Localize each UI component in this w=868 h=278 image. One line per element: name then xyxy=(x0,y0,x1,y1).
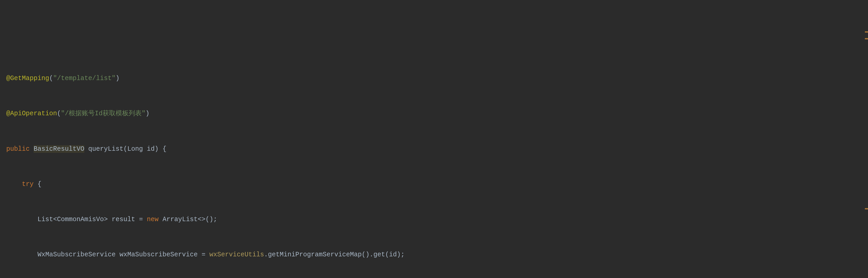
annotation: @ApiOperation xyxy=(6,110,57,117)
code-text: WxMaSubscribeService wxMaSubscribeServic… xyxy=(37,251,209,258)
code-text: .getMiniProgramServiceMap().get(id); xyxy=(264,251,405,258)
code-line[interactable]: @ApiOperation("/根据账号Id获取模板列表") xyxy=(6,109,868,118)
keyword: new xyxy=(147,216,162,223)
code-text: ArrayList<>(); xyxy=(162,216,217,223)
code-line[interactable]: public BasicResultVO queryList(Long id) … xyxy=(6,145,868,154)
field-ref: wxServiceUtils xyxy=(209,251,264,258)
brace: { xyxy=(37,180,41,188)
gutter-marker xyxy=(865,208,868,210)
punct: ( xyxy=(57,110,61,117)
code-line[interactable]: @GetMapping("/template/list") xyxy=(6,74,868,83)
keyword: try xyxy=(22,180,37,188)
punct: ) xyxy=(116,75,120,82)
return-type: BasicResultVO xyxy=(34,145,84,153)
method-signature: queryList(Long id) { xyxy=(84,145,166,153)
code-text: List<CommonAmisVo> result = xyxy=(37,216,147,223)
string-literal: "/template/list" xyxy=(53,75,116,82)
indent xyxy=(6,180,22,188)
indent xyxy=(6,251,37,258)
gutter-marker xyxy=(865,38,868,39)
code-line[interactable]: try { xyxy=(6,180,868,189)
keyword: public xyxy=(6,145,34,153)
punct: ) xyxy=(146,110,149,117)
punct: ( xyxy=(49,75,53,82)
code-line[interactable]: WxMaSubscribeService wxMaSubscribeServic… xyxy=(6,250,868,259)
gutter-marker xyxy=(865,31,868,33)
annotation: @GetMapping xyxy=(6,75,49,82)
string-literal: "/根据账号Id获取模板列表" xyxy=(61,110,146,117)
indent xyxy=(6,216,37,223)
code-editor[interactable]: @GetMapping("/template/list") @ApiOperat… xyxy=(0,0,868,278)
code-line[interactable]: List<CommonAmisVo> result = new ArrayLis… xyxy=(6,215,868,224)
